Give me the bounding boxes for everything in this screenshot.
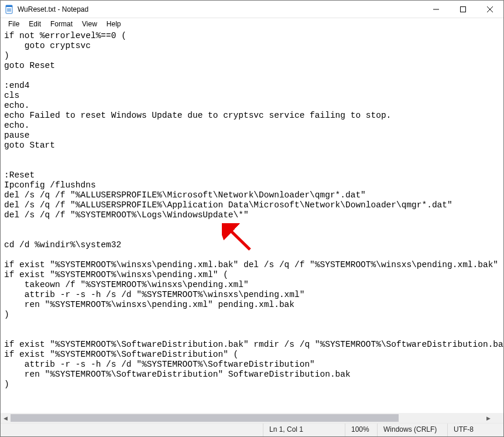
scroll-corner bbox=[493, 413, 503, 423]
menu-file[interactable]: File bbox=[4, 19, 23, 29]
status-eol: Windows (CRLF) bbox=[377, 424, 447, 436]
horizontal-scrollbar[interactable]: ◀ ▶ bbox=[1, 413, 493, 423]
scroll-left-arrow-icon[interactable]: ◀ bbox=[1, 413, 11, 423]
scroll-right-arrow-icon[interactable]: ▶ bbox=[484, 413, 493, 423]
status-spacer bbox=[1, 424, 263, 436]
menu-help[interactable]: Help bbox=[102, 19, 125, 29]
menu-view[interactable]: View bbox=[78, 19, 101, 29]
status-encoding: UTF-8 bbox=[447, 424, 503, 436]
menu-format[interactable]: Format bbox=[46, 19, 77, 29]
svg-rect-1 bbox=[6, 5, 12, 7]
notepad-window: WuReset.txt - Notepad File Edit Format V… bbox=[0, 0, 504, 437]
scrollbar-track[interactable] bbox=[11, 413, 484, 423]
titlebar-left: WuReset.txt - Notepad bbox=[2, 5, 88, 14]
text-editor[interactable]: if not %errorlevel%==0 ( goto cryptsvc )… bbox=[1, 30, 503, 413]
notepad-icon bbox=[5, 5, 14, 14]
titlebar: WuReset.txt - Notepad bbox=[1, 1, 503, 18]
menubar: File Edit Format View Help bbox=[1, 18, 503, 30]
editor-area: if not %errorlevel%==0 ( goto cryptsvc )… bbox=[1, 30, 503, 423]
statusbar: Ln 1, Col 1 100% Windows (CRLF) UTF-8 bbox=[1, 423, 503, 436]
window-title: WuReset.txt - Notepad bbox=[18, 5, 88, 13]
minimize-button[interactable] bbox=[423, 1, 450, 18]
window-controls bbox=[423, 1, 503, 18]
status-ln-col: Ln 1, Col 1 bbox=[263, 424, 345, 436]
menu-edit[interactable]: Edit bbox=[25, 19, 45, 29]
scrollbar-thumb[interactable] bbox=[11, 414, 399, 422]
svg-rect-6 bbox=[461, 7, 466, 12]
status-zoom: 100% bbox=[345, 424, 377, 436]
maximize-button[interactable] bbox=[450, 1, 476, 18]
close-button[interactable] bbox=[476, 1, 503, 18]
